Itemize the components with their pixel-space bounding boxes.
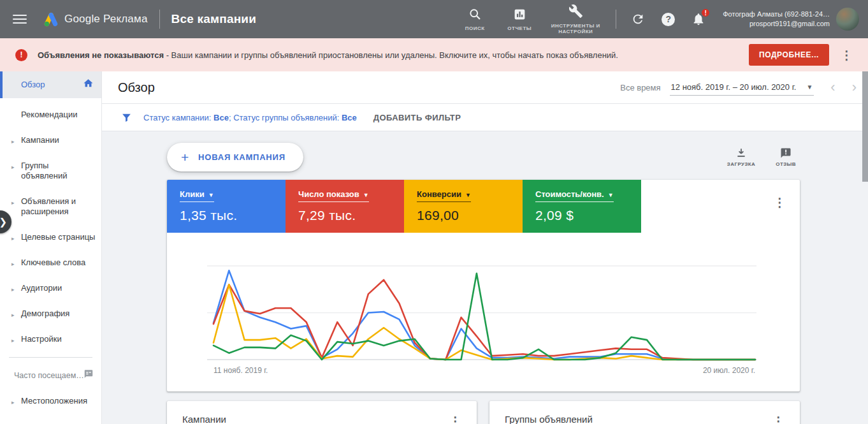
sidebar-item-label: Ключевые слова [21,258,85,267]
sidebar-item-label: Аудитории [21,283,62,293]
frequent-icon [83,369,94,381]
sidebar-item-label: Обзор [21,80,45,89]
metric-value: 1,35 тыс. [180,208,279,223]
alert-kebab-icon[interactable]: ⋮ [835,48,858,62]
bottom-card-kebab-icon[interactable]: ⋮ [444,414,467,424]
topbar-nav-label: ОТЧЕТЫ [507,26,532,31]
refresh-icon [631,12,645,26]
sidebar-item-label: Часто посещаем… [14,371,84,380]
expand-arrow-icon: ▸ [11,259,15,269]
sidebar-item-6[interactable]: ▸Ключевые слова [0,250,101,275]
account-info[interactable]: Фотограф Алматы (692-881-24… prosport919… [723,10,830,29]
metric-name: Конверсии [417,189,461,199]
expand-arrow-icon: ▸ [11,284,15,295]
filter-funnel-icon [121,112,132,123]
bottom-card-kebab-icon[interactable]: ⋮ [767,414,790,424]
ads-not-showing-alert: ! Объявления не показываются - Ваши камп… [0,38,868,71]
metric-label: Число показов▼ [298,189,369,202]
help-button[interactable]: ? [662,13,675,26]
metric-value: 7,29 тыс. [298,208,398,223]
bottom-card-title: Группы объявлений [505,414,593,424]
alert-text: Объявления не показываются - Ваши кампан… [38,50,618,60]
chart-card-kebab-icon[interactable]: ⋮ [769,195,791,210]
next-period-icon[interactable]: › [852,81,857,94]
search-icon [468,8,482,24]
metric-card-2[interactable]: Конверсии▼169,00 [404,180,523,233]
alert-title: Объявления не показываются [38,50,164,60]
topbar-nav-отчеты[interactable]: ОТЧЕТЫ [505,8,534,31]
date-range-picker[interactable]: 12 нояб. 2019 г. – 20 июл. 2020 г. ▼ [670,80,814,96]
x-axis-label: 20 июл. 2020 г. [703,366,755,375]
date-range-value: 12 нояб. 2019 г. – 20 июл. 2020 г. [671,82,797,92]
chevron-down-icon: ▼ [608,192,614,198]
sidebar-item-label: Объявления и расширения [21,196,76,216]
reports-icon [513,8,526,24]
metric-label: Клики▼ [180,189,214,202]
metric-card-0[interactable]: Клики▼1,35 тыс. [167,180,286,233]
sidebar-item-label: Группы объявлений [21,161,68,180]
sidebar-item-label: Целевые страницы [21,232,95,242]
metric-name: Клики [180,189,205,199]
overview-chart-card: Клики▼1,35 тыс.Число показов▼7,29 тыс.Ко… [167,180,800,391]
overview-chart: 11 нояб. 2019 г.20 июл. 2020 г. [167,235,800,388]
filter-bar: Статус кампании: Все; Статус группы объя… [102,104,868,131]
sidebar-item-3[interactable]: ▸Группы объявлений [0,153,101,189]
sidebar: ОбзорРекомендации▸Кампании▸Группы объявл… [0,71,102,424]
alert-icon: ! [15,49,27,61]
account-email: prosport9191@gmail.com [723,19,830,29]
topbar-nav-label: ИНСТРУМЕНТЫ И НАСТРОЙКИ [549,23,602,34]
sidebar-item-0[interactable]: Обзор [0,71,101,98]
topbar-nav-инструменты-и-настройки[interactable]: ИНСТРУМЕНТЫ И НАСТРОЙКИ [549,4,602,34]
expand-arrow-icon: ▸ [11,162,15,172]
vertical-scrollbar[interactable] [862,71,868,182]
topbar-nav-поиск[interactable]: ПОИСК [460,8,489,31]
menu-icon[interactable] [13,12,27,26]
download-button[interactable]: ЗАГРУЗКА [727,147,755,167]
metric-label: Конверсии▼ [417,189,471,202]
chevron-down-icon: ▼ [806,84,813,91]
sidebar-item-label: Настройки [21,334,62,344]
sidebar-item-5[interactable]: ▸Целевые страницы [0,224,101,250]
refresh-button[interactable] [631,12,645,26]
date-preset-label: Все время [620,83,660,92]
chevron-down-icon: ▼ [465,192,471,198]
notifications-button[interactable]: ! [691,12,705,26]
sidebar-item-label: Демография [21,309,69,318]
x-axis-label: 11 нояб. 2019 г. [213,366,268,375]
feedback-button[interactable]: ОТЗЫВ [776,147,796,167]
sidebar-item-12[interactable]: ▸Местоположения [0,388,101,414]
series-Конверсии [213,284,755,360]
metric-card-1[interactable]: Число показов▼7,29 тыс. [286,180,404,233]
filter-status-text[interactable]: Статус кампании: Все; Статус группы объя… [143,113,357,122]
new-campaign-button[interactable]: + НОВАЯ КАМПАНИЯ [167,143,303,172]
home-icon [83,78,94,91]
sidebar-item-2[interactable]: ▸Кампании [0,128,101,153]
expand-arrow-icon: ▸ [11,397,15,407]
alert-message: - Ваши кампании и группы объявлений прио… [166,50,618,60]
help-icon: ? [662,13,675,26]
metric-card-3[interactable]: Стоимость/конв.▼2,09 $ [523,180,641,233]
previous-period-icon[interactable]: ‹ [830,81,835,94]
metric-name: Число показов [298,189,359,199]
bottom-card-1: Группы объявлений⋮ [489,401,800,424]
download-icon [735,147,747,159]
sidebar-item-4[interactable]: ▸Объявления и расширения [0,189,101,224]
chevron-down-icon: ▼ [208,192,214,198]
sidebar-item-9[interactable]: ▸Настройки [0,326,101,352]
avatar[interactable] [836,8,859,31]
bottom-card-0: Кампании⋮ [167,401,477,424]
expand-arrow-icon: ▸ [11,335,15,346]
expand-arrow-icon: ▸ [11,310,15,320]
add-filter-button[interactable]: ДОБАВИТЬ ФИЛЬТР [373,113,461,122]
sidebar-item-1[interactable]: Рекомендации [0,102,101,128]
sidebar-item-8[interactable]: ▸Демография [0,301,101,326]
sidebar-item-7[interactable]: ▸Аудитории [0,275,101,301]
content: Обзор Все время 12 нояб. 2019 г. – 20 ию… [102,71,868,424]
top-app-bar: Google Реклама Все кампании ПОИСКОТЧЕТЫИ… [0,0,868,38]
sidebar-item-label: Рекомендации [21,110,78,119]
product-name[interactable]: Google Реклама [64,13,148,26]
topbar-divider [616,10,616,29]
chevron-down-icon: ▼ [363,192,369,198]
alert-details-button[interactable]: ПОДРОБНЕЕ... [749,44,829,66]
sidebar-divider [9,357,92,358]
